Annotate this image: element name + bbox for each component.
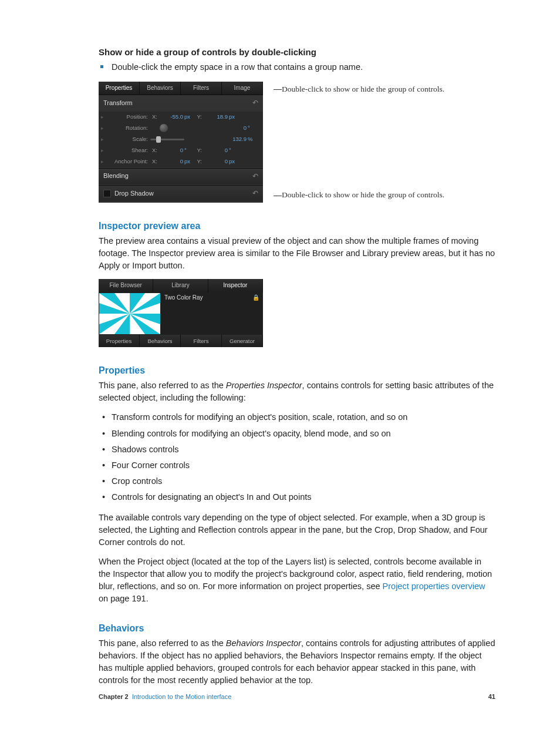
inspector-tabs: Properties Behaviors Filters Image (99, 82, 263, 95)
callout-bottom: Double-click to show or hide the group o… (274, 190, 444, 200)
two-color-ray-icon (99, 293, 160, 334)
list-item: Shadows controls (99, 443, 495, 456)
group-blending[interactable]: Blending ↶ (99, 168, 263, 185)
tab-filebrowser[interactable]: File Browser (99, 279, 153, 293)
group-blending-label: Blending (103, 172, 129, 181)
disclosure-icon[interactable]: ▸ (101, 158, 110, 166)
rotation-dial[interactable] (160, 124, 168, 132)
para-properties-3: When the Project object (located at the … (99, 556, 495, 605)
dropshadow-checkbox[interactable] (103, 190, 111, 197)
properties-list: Transform controls for modifying an obje… (99, 411, 495, 503)
subtab-behaviors[interactable]: Behaviors (140, 335, 181, 348)
tab-inspector[interactable]: Inspector (208, 279, 263, 293)
row-shear: ▸ Shear: X: 0° Y: 0° (99, 145, 263, 156)
group-transform-label: Transform (103, 99, 133, 108)
subtab-generator[interactable]: Generator (222, 335, 263, 348)
para-properties-2: The available controls vary depending on… (99, 512, 495, 549)
reset-icon[interactable]: ↶ (252, 172, 258, 181)
subtab-properties[interactable]: Properties (99, 335, 140, 348)
disclosure-icon[interactable]: ▸ (101, 113, 110, 121)
subtab-filters[interactable]: Filters (181, 335, 222, 348)
callout-top: Double-click to show or hide the group o… (274, 84, 444, 95)
group-dropshadow-label: Drop Shadow (114, 189, 154, 199)
row-anchor: ▸ Anchor Point: X: 0px Y: 0px (99, 156, 263, 167)
lock-icon: 🔒 (252, 294, 259, 334)
list-item: Transform controls for modifying an obje… (99, 411, 495, 423)
figure-preview-area: File Browser Library Inspector (99, 279, 263, 347)
list-item: Crop controls (99, 475, 495, 488)
reset-icon[interactable]: ↶ (252, 189, 258, 199)
preview-title: Two Color Ray (164, 294, 203, 334)
list-item: Four Corner controls (99, 459, 495, 472)
row-rotation: ▸ Rotation: 0° (99, 123, 263, 134)
tab-properties[interactable]: Properties (99, 82, 140, 95)
section-heading-show-hide: Show or hide a group of controls by doub… (99, 46, 495, 59)
group-dropshadow[interactable]: Drop Shadow ↶ (99, 185, 263, 202)
preview-thumbnail (99, 293, 160, 334)
tab-image[interactable]: Image (222, 82, 263, 95)
para-behaviors: This pane, also referred to as the Behav… (99, 637, 495, 687)
page-footer: Chapter 2 Introduction to the Motion int… (99, 692, 495, 702)
disclosure-icon[interactable]: ▸ (101, 136, 110, 143)
bullet-doubleclick: Double-click the empty space in a row th… (99, 61, 495, 73)
link-project-properties[interactable]: Project properties overview (383, 581, 485, 591)
para-preview: The preview area contains a visual previ… (99, 235, 495, 272)
heading-properties: Properties (99, 364, 495, 377)
footer-chapter-title[interactable]: Introduction to the Motion interface (132, 693, 231, 700)
heading-behaviors: Behaviors (99, 621, 495, 635)
figure-inspector-panel: Properties Behaviors Filters Image Trans… (99, 82, 495, 203)
footer-page-number: 41 (488, 692, 495, 702)
tab-behaviors[interactable]: Behaviors (140, 82, 181, 95)
reset-icon[interactable]: ↶ (252, 98, 258, 108)
scale-slider[interactable] (150, 139, 184, 140)
tab-filters[interactable]: Filters (181, 82, 222, 95)
heading-inspector-preview: Inspector preview area (99, 219, 495, 233)
disclosure-icon[interactable]: ▸ (101, 147, 110, 154)
inspector-panel: Properties Behaviors Filters Image Trans… (99, 82, 263, 203)
footer-chapter: Chapter 2 (99, 693, 129, 700)
list-item: Controls for designating an object's In … (99, 491, 495, 503)
para-properties-intro: This pane, also referred to as the Prope… (99, 379, 495, 404)
list-item: Blending controls for modifying an objec… (99, 428, 495, 440)
tab-library[interactable]: Library (153, 279, 208, 293)
row-scale: ▸ Scale: 132.9% (99, 134, 263, 145)
row-position: ▸ Position: X: -55.0px Y: 18.9px (99, 112, 263, 123)
disclosure-icon[interactable]: ▸ (101, 125, 110, 132)
group-transform[interactable]: Transform ↶ ▸ Position: X: -55.0px Y: 18… (99, 95, 263, 167)
